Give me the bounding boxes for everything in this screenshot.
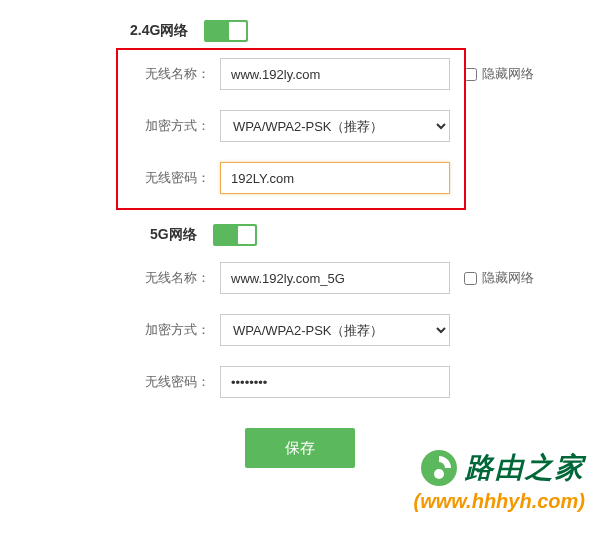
save-button[interactable]: 保存 [245, 428, 355, 468]
toggle-24g[interactable] [204, 20, 248, 42]
label-5g-encrypt: 加密方式： [130, 321, 210, 339]
checkbox-5g-hide[interactable] [464, 272, 477, 285]
section-5g-title: 5G网络 [150, 226, 197, 244]
watermark-brand: 路由之家 [465, 449, 585, 487]
section-5g-header: 5G网络 [0, 224, 600, 246]
input-5g-password[interactable] [220, 366, 450, 398]
checkbox-24g-hide[interactable] [464, 68, 477, 81]
label-24g-name: 无线名称： [130, 65, 210, 83]
watermark-url: (www.hhhyh.com) [414, 490, 585, 513]
row-5g-password: 无线密码： [0, 366, 600, 398]
label-24g-encrypt: 加密方式： [130, 117, 210, 135]
row-24g-encrypt: 加密方式： WPA/WPA2-PSK（推荐） [0, 110, 600, 142]
label-24g-hide: 隐藏网络 [482, 65, 534, 83]
label-5g-password: 无线密码： [130, 373, 210, 391]
row-24g-password: 无线密码： [0, 162, 600, 194]
row-24g-name: 无线名称： 隐藏网络 [0, 58, 600, 90]
row-5g-name: 无线名称： 隐藏网络 [0, 262, 600, 294]
label-5g-hide: 隐藏网络 [482, 269, 534, 287]
input-24g-password[interactable] [220, 162, 450, 194]
svg-point-1 [434, 469, 444, 479]
row-5g-encrypt: 加密方式： WPA/WPA2-PSK（推荐） [0, 314, 600, 346]
input-5g-name[interactable] [220, 262, 450, 294]
section-24g-title: 2.4G网络 [130, 22, 188, 40]
select-24g-encrypt[interactable]: WPA/WPA2-PSK（推荐） [220, 110, 450, 142]
input-24g-name[interactable] [220, 58, 450, 90]
select-5g-encrypt[interactable]: WPA/WPA2-PSK（推荐） [220, 314, 450, 346]
section-5g: 5G网络 无线名称： 隐藏网络 加密方式： WPA/WPA2-PSK（推荐） 无… [0, 224, 600, 398]
watermark-top: 路由之家 [419, 448, 585, 488]
label-5g-name: 无线名称： [130, 269, 210, 287]
router-logo-icon [419, 448, 459, 488]
watermark: 路由之家 (www.hhhyh.com) [414, 448, 585, 513]
label-24g-password: 无线密码： [130, 169, 210, 187]
section-24g: 2.4G网络 无线名称： 隐藏网络 加密方式： WPA/WPA2-PSK（推荐）… [0, 20, 600, 194]
section-24g-header: 2.4G网络 [0, 20, 600, 42]
svg-point-0 [421, 450, 457, 486]
hide-5g-group: 隐藏网络 [464, 269, 534, 287]
hide-24g-group: 隐藏网络 [464, 65, 534, 83]
toggle-5g[interactable] [213, 224, 257, 246]
